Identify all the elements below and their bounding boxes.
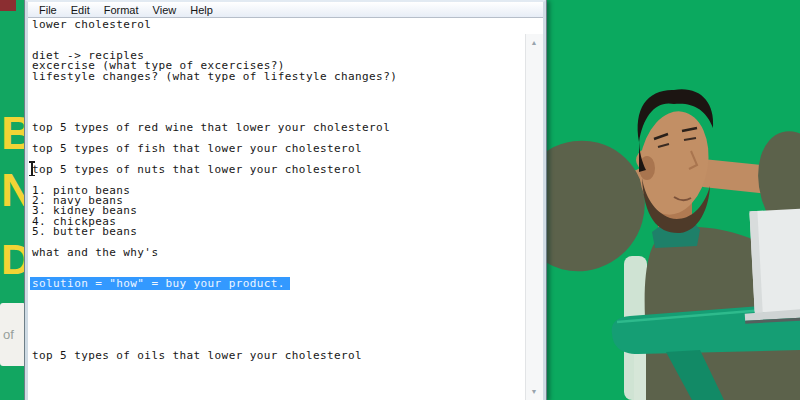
thumbnail-red-chip: [0, 0, 16, 11]
desktop: BNDI of: [0, 0, 800, 400]
thumbnail-letter: DI: [1, 239, 25, 281]
text-line[interactable]: [32, 92, 526, 102]
menu-bar: FileEditFormatViewHelp: [28, 2, 543, 18]
editor-area: lower cholesteroldiet -> reciplesexcerci…: [28, 18, 543, 400]
background-thumbnail-strip: BNDI of: [0, 0, 25, 400]
text-line[interactable]: solution = "how" = buy your product.: [32, 279, 526, 289]
text-line[interactable]: what and the why's: [32, 248, 526, 258]
text-line[interactable]: lifestyle changes? (what type of lifesty…: [32, 72, 526, 82]
menu-item-file[interactable]: File: [32, 3, 64, 17]
text-line[interactable]: 5. butter beans: [32, 227, 526, 237]
text-line[interactable]: top 5 types of nuts that lower your chol…: [32, 165, 526, 175]
menu-item-view[interactable]: View: [146, 3, 184, 17]
text-line[interactable]: [32, 82, 526, 92]
stock-photo-man-relaxing: [546, 0, 800, 400]
menu-item-edit[interactable]: Edit: [64, 3, 97, 17]
text-line[interactable]: top 5 types of red wine that lower your …: [32, 123, 526, 133]
text-line[interactable]: top 5 types of fish that lower your chol…: [32, 144, 526, 154]
text-line[interactable]: [32, 299, 526, 309]
text-line[interactable]: [32, 310, 526, 320]
vertical-scrollbar[interactable]: ▲ ▼: [525, 34, 543, 400]
selected-text[interactable]: solution = "how" = buy your product.: [30, 277, 290, 290]
menu-item-format[interactable]: Format: [97, 3, 146, 17]
text-line[interactable]: [32, 320, 526, 330]
thumbnail-caption-box: of: [0, 303, 25, 366]
text-line[interactable]: [32, 30, 526, 40]
scroll-down-arrow-icon[interactable]: ▼: [526, 385, 542, 399]
text-line[interactable]: top 5 types of oils that lower your chol…: [32, 351, 526, 361]
text-line[interactable]: [32, 258, 526, 268]
text-line[interactable]: [32, 103, 526, 113]
text-editor[interactable]: lower cholesteroldiet -> reciplesexcerci…: [28, 18, 526, 400]
ibeam-mouse-cursor: [28, 161, 36, 176]
scroll-up-arrow-icon[interactable]: ▲: [526, 36, 542, 50]
text-line[interactable]: lower cholesterol: [32, 20, 526, 30]
thumbnail-letter: B: [1, 110, 25, 156]
thumbnail-letter: N: [1, 167, 25, 213]
text-line[interactable]: [32, 289, 526, 299]
text-line[interactable]: [32, 330, 526, 340]
notepad-window: FileEditFormatViewHelp lower cholesterol…: [25, 0, 546, 400]
menu-item-help[interactable]: Help: [183, 3, 220, 17]
thumbnail-caption-text: of: [3, 327, 14, 342]
